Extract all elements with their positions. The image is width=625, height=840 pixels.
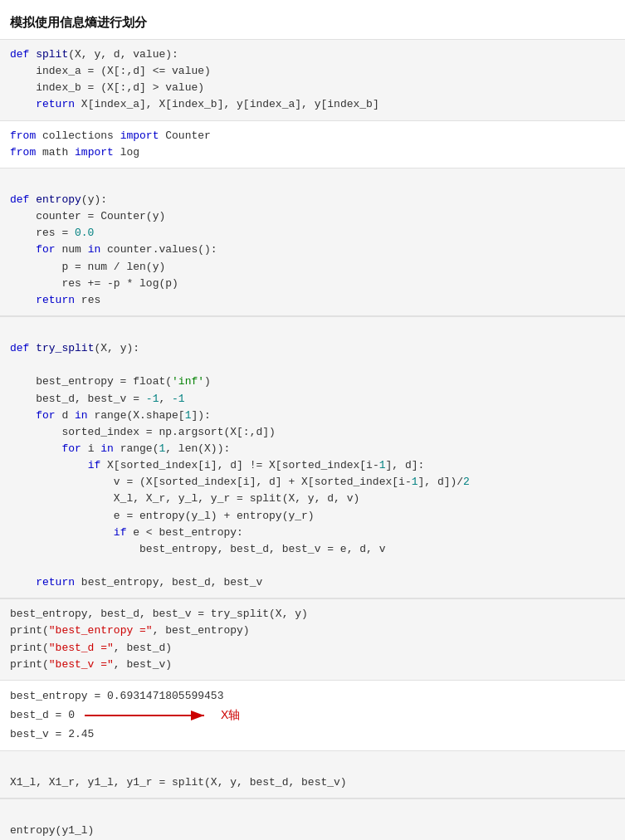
code-block-split2: X1_l, X1_r, y1_l, y1_r = split(X, y, bes… [0,750,625,798]
page-container: 模拟使用信息熵进行划分 def split(X, y, d, value): i… [0,0,625,840]
code-block-print: best_entropy, best_d, best_v = try_split… [0,598,625,681]
code-block-entropy-y1l: entropy(y1_l) [0,798,625,840]
code-block-entropy: def entropy(y): counter = Counter(y) res… [0,168,625,316]
output-best-entropy: best_entropy = 0.6931471805599453 [10,687,615,706]
output-best-d-row: best_d = 0 X轴 [10,706,615,725]
page-title: 模拟使用信息熵进行划分 [0,8,625,39]
output-block-1: best_entropy = 0.6931471805599453 best_d… [0,681,625,750]
xaxis-label: X轴 [221,706,240,725]
output-best-v: best_v = 2.45 [10,725,615,744]
code-block-try-split: def try_split(X, y): best_entropy = floa… [0,316,625,598]
code-block-split: def split(X, y, d, value): index_a = (X[… [0,39,625,121]
imports-block: from collections import Counter from mat… [0,121,625,168]
arrow-icon [81,706,214,725]
output-best-d: best_d = 0 [10,706,75,725]
